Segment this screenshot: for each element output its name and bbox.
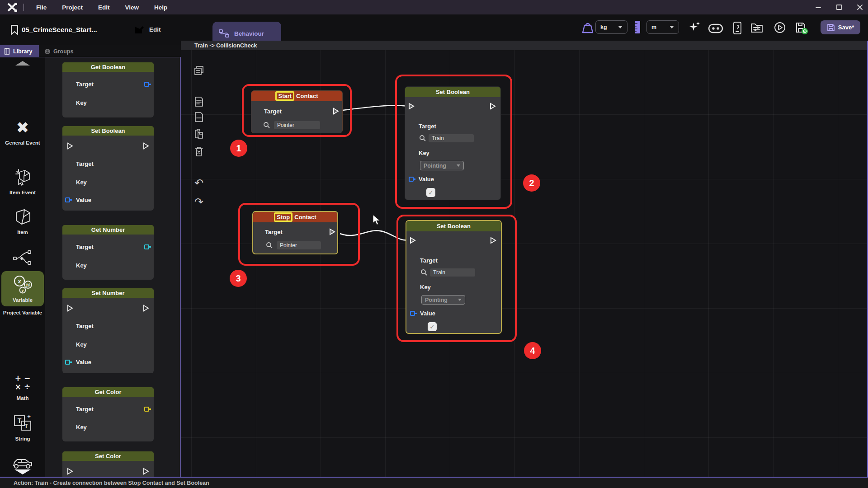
behaviour-graph-icon xyxy=(219,29,230,38)
svg-text:T: T xyxy=(24,422,28,429)
annotation-badge-1: 1 xyxy=(230,140,247,157)
key-dropdown[interactable]: Pointing xyxy=(420,161,464,170)
node-library-panel: Get Boolean Target Key Set Boolean Targe… xyxy=(45,57,181,477)
controller-icon[interactable] xyxy=(708,23,723,33)
scroll-down-icon[interactable] xyxy=(14,469,31,474)
sidebar-item-item-event[interactable]: Item Event xyxy=(0,167,45,195)
node-title: Start Contact xyxy=(251,91,342,101)
save-button[interactable]: Save* xyxy=(821,20,860,34)
groups-icon xyxy=(44,48,51,55)
mass-unit-value: kg xyxy=(600,24,607,30)
duplicate-icon[interactable] xyxy=(193,64,205,77)
mass-unit-select[interactable]: kg xyxy=(595,20,627,34)
flow-in-port[interactable] xyxy=(408,103,415,110)
node-stop-contact[interactable]: Stop Contact Target Pointer xyxy=(252,211,338,254)
close-icon[interactable] xyxy=(856,4,863,11)
flow-out-port[interactable] xyxy=(329,228,335,235)
maximize-icon[interactable] xyxy=(835,4,843,11)
menu-help[interactable]: Help xyxy=(146,4,175,11)
menu-view[interactable]: View xyxy=(118,4,147,11)
annotation-badge-4: 4 xyxy=(524,342,541,359)
boolean-in-port[interactable] xyxy=(410,311,415,316)
sidebar-item-item[interactable]: Item xyxy=(0,206,45,235)
paste-icon[interactable] xyxy=(193,127,205,140)
node-start-contact[interactable]: Start Contact Target Pointer xyxy=(251,90,343,133)
graph-canvas[interactable]: Train -> CollisionCheck ↶ ↷ Start Contac… xyxy=(181,41,868,478)
edit-button[interactable]: Edit xyxy=(149,26,161,33)
undo-icon[interactable]: ↶ xyxy=(193,177,205,189)
delete-icon[interactable] xyxy=(193,145,205,158)
library-node-get-boolean[interactable]: Get Boolean Target Key xyxy=(62,62,154,117)
library-node-get-color[interactable]: Get Color Target Key xyxy=(62,387,154,441)
project-title[interactable]: 05_CrimeScene_Start... xyxy=(22,26,97,33)
flow-out-port[interactable] xyxy=(143,305,149,312)
sidebar-item-variable[interactable]: x @ y Variable xyxy=(1,271,44,306)
flow-in-port[interactable] xyxy=(67,468,73,475)
remove-document-icon[interactable] xyxy=(193,111,205,123)
node-set-boolean-1[interactable]: Set Boolean Target Train Key Pointing Va… xyxy=(405,86,501,200)
node-title: Get Boolean xyxy=(62,62,154,72)
mobile-device-icon[interactable] xyxy=(732,21,742,35)
sidebar-item-general-event[interactable]: ✖ General Event xyxy=(0,117,45,145)
length-unit-select[interactable]: m xyxy=(646,20,679,34)
boolean-out-port[interactable] xyxy=(144,82,149,87)
edit-icon[interactable] xyxy=(133,24,144,35)
menu-divider xyxy=(24,4,24,11)
play-icon[interactable] xyxy=(774,22,786,33)
chevron-down-icon xyxy=(458,299,462,301)
target-search-input[interactable]: Pointer xyxy=(277,241,321,249)
node-title: Stop Contact xyxy=(253,212,337,222)
svg-text:x: x xyxy=(17,278,21,285)
tab-library[interactable]: Library xyxy=(0,45,39,57)
node-title: Get Color xyxy=(62,387,154,397)
project-files-icon[interactable] xyxy=(750,22,763,33)
flow-out-port[interactable] xyxy=(490,103,496,110)
node-title: Set Boolean xyxy=(406,221,501,231)
flow-out-port[interactable] xyxy=(333,108,339,115)
number-in-port[interactable] xyxy=(65,360,70,365)
flow-out-port[interactable] xyxy=(143,468,149,475)
target-search-input[interactable]: Train xyxy=(429,134,474,142)
chevron-down-icon xyxy=(670,26,674,28)
key-dropdown[interactable]: Pointing xyxy=(421,295,465,305)
length-unit-value: m xyxy=(651,24,656,30)
flow-in-port[interactable] xyxy=(67,142,73,150)
item-event-icon xyxy=(13,167,32,188)
annotation-badge-3: 3 xyxy=(230,270,247,287)
save-button-label: Save* xyxy=(838,24,854,31)
library-node-set-color[interactable]: Set Color xyxy=(62,451,154,477)
flow-out-port[interactable] xyxy=(490,237,496,244)
value-checkbox[interactable]: ✓ xyxy=(428,322,437,331)
minimize-icon[interactable] xyxy=(815,4,822,11)
menu-file[interactable]: File xyxy=(28,4,54,11)
sparkle-icon[interactable] xyxy=(688,21,701,33)
math-icon: + −× ÷ xyxy=(15,372,30,393)
flow-out-port[interactable] xyxy=(143,142,149,150)
value-checkbox[interactable]: ✓ xyxy=(426,188,435,197)
flow-in-port[interactable] xyxy=(410,237,416,244)
boolean-in-port[interactable] xyxy=(65,197,70,202)
node-set-boolean-2[interactable]: Set Boolean Target Train Key Pointing Va… xyxy=(406,220,502,334)
scroll-up-icon[interactable] xyxy=(15,61,30,66)
library-node-get-number[interactable]: Get Number Target Key xyxy=(62,225,154,280)
menu-edit[interactable]: Edit xyxy=(90,4,118,11)
color-out-port[interactable] xyxy=(144,407,149,412)
menu-project[interactable]: Project xyxy=(54,4,90,11)
sidebar-item-math[interactable]: + −× ÷ Math xyxy=(0,372,45,401)
tab-groups[interactable]: Groups xyxy=(39,45,84,57)
target-search-input[interactable]: Pointer xyxy=(274,121,320,129)
save-sync-icon[interactable] xyxy=(795,21,808,35)
svg-text:T: T xyxy=(18,417,22,424)
target-search-input[interactable]: Train xyxy=(430,268,475,277)
redo-icon[interactable]: ↷ xyxy=(193,196,205,208)
add-document-icon[interactable] xyxy=(193,95,205,108)
library-node-set-boolean[interactable]: Set Boolean Target Key Value xyxy=(62,126,154,211)
number-out-port[interactable] xyxy=(144,244,149,249)
sidebar-item-string[interactable]: T T + String xyxy=(0,413,45,441)
boolean-in-port[interactable] xyxy=(409,177,414,182)
library-node-set-number[interactable]: Set Number Target Key Value xyxy=(62,288,154,373)
flow-in-port[interactable] xyxy=(67,305,73,312)
node-title: Set Boolean xyxy=(62,126,154,136)
library-book-icon xyxy=(4,48,10,55)
svg-text:@: @ xyxy=(26,282,30,287)
